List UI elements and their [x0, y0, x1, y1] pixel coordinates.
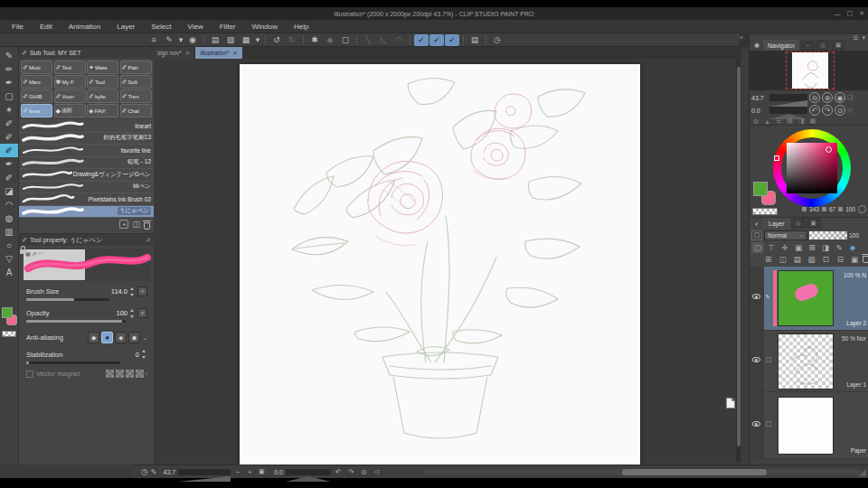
tab-history-icon[interactable]: ◎	[816, 40, 830, 51]
quick-tool-icon[interactable]: ✎	[151, 468, 157, 476]
subtool-item[interactable]: ✦Wate	[87, 61, 118, 74]
brush-row[interactable]: Drawing&ヴィンテージGペン	[19, 169, 154, 182]
blend-mode-dropdown[interactable]: Normal ⌄	[764, 230, 807, 240]
subtool-item[interactable]: ✐Tren	[120, 89, 152, 103]
lock-icon[interactable]	[20, 249, 26, 254]
color-wheel-icon[interactable]: ◉	[185, 34, 200, 46]
navigator-preview[interactable]	[750, 51, 868, 90]
navigator-zoom-slider[interactable]	[769, 94, 807, 101]
tab-close-icon[interactable]: ✕	[232, 50, 237, 57]
aa-chevron-icon[interactable]: ⌄	[142, 334, 147, 342]
pen-tool-icon[interactable]: ✎	[162, 34, 176, 46]
blend-tool[interactable]: ◠	[0, 198, 18, 211]
zoom-out-button[interactable]: ⊖	[809, 92, 820, 103]
fill-icon[interactable]: ◆	[323, 34, 337, 46]
layer-row-layer1[interactable]: 50 % Nor Layer 1	[750, 331, 868, 392]
reset-rotate-icon[interactable]: ⊙	[359, 468, 369, 476]
timelapse-icon[interactable]: ◷	[490, 34, 505, 46]
new-layer-icon[interactable]: ⊞	[762, 254, 775, 265]
marquee-tool[interactable]: ▢	[0, 89, 18, 103]
export-dropdown-icon[interactable]: ▾	[254, 34, 261, 46]
folder-icon[interactable]: ▧	[806, 254, 818, 265]
layer-opacity-slider[interactable]	[809, 231, 847, 239]
add-subtool-button[interactable]: +	[119, 220, 128, 229]
brush-row-selected[interactable]: うにゃペン	[19, 206, 154, 219]
resize-grip[interactable]	[859, 469, 866, 476]
layer1-thumbnail[interactable]	[778, 333, 834, 389]
polyline-tool[interactable]: ▽	[0, 252, 18, 266]
status-rotate-value[interactable]: 0.0	[274, 469, 283, 475]
nib-pen-tool[interactable]: ✒	[0, 76, 18, 89]
brush-row[interactable]: Pixelstains Ink Brush 02	[19, 193, 154, 206]
panel-menu-icon[interactable]: ☰	[853, 34, 858, 42]
nav-footer-icon[interactable]: ◨	[798, 117, 805, 125]
tab-scene-icon[interactable]: ▣	[831, 40, 845, 51]
new-folder-icon[interactable]: ▤	[791, 254, 804, 265]
layer-checkbox[interactable]	[766, 421, 771, 427]
hue-cursor[interactable]	[774, 155, 779, 161]
text-tool[interactable]: A	[0, 266, 18, 279]
actual-size-icon[interactable]: ❏	[847, 94, 853, 101]
tab-info-icon[interactable]: ◔	[800, 40, 815, 51]
flip-horizontal-icon[interactable]: ◁	[847, 107, 852, 114]
tab-layer[interactable]: Layer	[763, 218, 790, 229]
pencil-tool[interactable]: ✏	[0, 62, 18, 76]
transparent-color-swatch[interactable]	[2, 331, 16, 337]
figure-tool[interactable]: ○	[0, 239, 18, 252]
sv-cursor[interactable]	[826, 146, 832, 153]
main-menu-icon[interactable]: ≡	[146, 34, 161, 46]
tab-close-icon[interactable]: ✕	[185, 50, 190, 57]
pen-dropdown-icon[interactable]: ▾	[177, 34, 184, 46]
lock-alpha-icon[interactable]: ⊤	[765, 242, 778, 253]
foreground-color-swatch[interactable]	[2, 307, 13, 318]
panel-minimize-icon[interactable]: ▾	[862, 34, 865, 42]
stabilization-value[interactable]: 0	[136, 351, 139, 359]
brush-row[interactable]: favorite line	[19, 145, 154, 157]
brush-size-value[interactable]: 114.0	[111, 287, 127, 296]
delete-subtool-button[interactable]	[144, 222, 150, 230]
aa-medium-button[interactable]: ●	[115, 332, 127, 343]
document-tab-inactive[interactable]: sign nov* ✕	[154, 47, 193, 59]
clear-icon[interactable]: ✱	[307, 34, 322, 46]
arc-icon[interactable]: ◠	[392, 34, 406, 46]
collapse-panel-icon[interactable]: «	[740, 34, 743, 41]
navigator-rotate-value[interactable]: 0.0	[751, 108, 768, 114]
layer-color-icon[interactable]: ◈	[846, 242, 859, 253]
ruler-icon[interactable]: ✎	[833, 242, 845, 253]
fg-color-swatch[interactable]	[753, 182, 768, 196]
menu-help[interactable]: Help	[286, 23, 316, 31]
fill-tool[interactable]: ◍	[0, 211, 18, 225]
stabilization-slider[interactable]	[26, 361, 120, 364]
opacity-dynamics-button[interactable]: ✧	[137, 308, 147, 318]
subtool-item[interactable]: ◆油彩	[54, 104, 86, 117]
subtool-item[interactable]: ✐Chal	[120, 104, 152, 117]
horizontal-scrollbar[interactable]	[423, 469, 863, 475]
navigator-rotate-slider[interactable]	[769, 107, 807, 114]
duplicate-subtool-button[interactable]: ◫	[132, 220, 140, 229]
nav-footer-icon[interactable]: ▲	[764, 118, 770, 125]
vector-magnet-expand-icon[interactable]: ›	[146, 371, 147, 377]
layer-visibility-icon[interactable]	[752, 421, 760, 427]
layer-checkbox[interactable]	[766, 357, 771, 362]
eraser-tool[interactable]: ◪	[0, 184, 18, 198]
menu-file[interactable]: File	[4, 23, 32, 31]
paper-thumbnail[interactable]	[778, 397, 834, 455]
layer-row-paper[interactable]: Paper	[750, 392, 868, 459]
menu-select[interactable]: Select	[143, 23, 179, 31]
clock-icon[interactable]: ◷	[141, 467, 148, 476]
brush-tool-selected[interactable]: ✐	[0, 144, 18, 157]
minimize-button[interactable]: —	[835, 11, 841, 17]
document-tab-active[interactable]: Illustration* ✕	[195, 47, 242, 59]
clip-to-layer-icon[interactable]: ▢	[751, 242, 764, 253]
subtool-item[interactable]: ✐Text	[54, 61, 86, 74]
pen-tool[interactable]: ✎	[0, 49, 18, 62]
pen-nib-tool[interactable]: ✒	[0, 157, 18, 171]
brush-size-slider[interactable]	[26, 298, 109, 301]
stabilization-spinner[interactable]	[141, 350, 147, 359]
menu-layer[interactable]: Layer	[108, 23, 143, 31]
menu-animation[interactable]: Animation	[61, 23, 109, 31]
aa-none-button[interactable]: ◆	[88, 332, 99, 343]
subtool-item-selected[interactable]: ✐linea	[21, 104, 52, 117]
nav-footer-icon[interactable]: ▤	[787, 117, 793, 125]
navigator-zoom-value[interactable]: 43.7	[751, 95, 768, 101]
